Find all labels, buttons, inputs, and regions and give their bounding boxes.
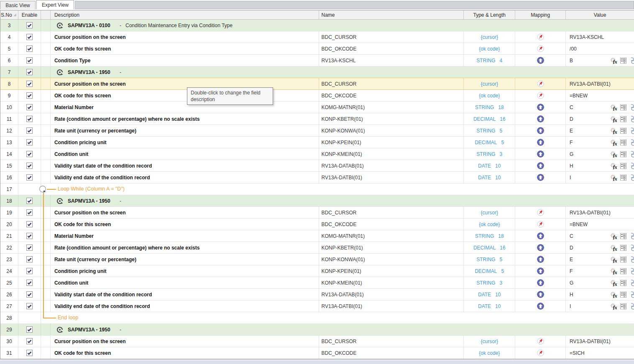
mapping-cell[interactable]: [515, 125, 566, 136]
mapping-cell[interactable]: [515, 55, 566, 66]
mapping-cell[interactable]: [515, 336, 566, 347]
mapping-grid-icon[interactable]: [620, 291, 626, 298]
name-cell[interactable]: KONP-KMEIN(01): [319, 148, 464, 160]
enable-cell[interactable]: [18, 277, 41, 288]
name-cell[interactable]: BDC_CURSOR: [319, 31, 464, 43]
description-cell[interactable]: Validity start date of the condition rec…: [51, 160, 319, 171]
type-length-cell[interactable]: DECIMAL16: [464, 242, 515, 253]
enable-checkbox[interactable]: [26, 233, 33, 239]
mapping-grid-icon[interactable]: [620, 174, 626, 181]
enable-cell[interactable]: [18, 20, 41, 31]
enable-cell[interactable]: [18, 347, 41, 359]
mapping-cell[interactable]: [515, 43, 566, 54]
field-row[interactable]: 27Validity end date of the condition rec…: [0, 300, 634, 312]
mapped-arrow-icon[interactable]: [537, 162, 544, 169]
link-icon[interactable]: [630, 139, 634, 146]
value-cell[interactable]: Gfx: [566, 277, 634, 288]
formula-icon[interactable]: fx: [610, 127, 617, 134]
screen-description-cell[interactable]: SAPMV13A - 1950-: [51, 324, 634, 335]
field-row[interactable]: 13Condition pricing unitKONP-KPEIN(01)DE…: [0, 137, 634, 148]
header-sno[interactable]: S.No: [0, 10, 18, 19]
enable-cell[interactable]: [18, 265, 41, 277]
enable-checkbox[interactable]: [26, 268, 33, 274]
value-cell[interactable]: RV13A-DATBI(01): [566, 336, 634, 347]
type-length-cell[interactable]: {ok code}: [464, 219, 515, 230]
description-cell[interactable]: OK code for this screen: [51, 347, 319, 359]
description-cell[interactable]: Rate (condition amount or percentage) wh…: [51, 113, 319, 125]
description-cell[interactable]: Cursor position on the screen: [51, 78, 319, 89]
mapped-arrow-icon[interactable]: [537, 57, 544, 64]
description-cell[interactable]: Cursor position on the screen: [51, 207, 319, 218]
value-cell[interactable]: Ffx: [566, 137, 634, 148]
name-cell[interactable]: KONP-KBETR(01): [319, 242, 464, 253]
field-row[interactable]: 20OK code for this screenBDC_OKCODE{ok c…: [0, 219, 634, 230]
enable-checkbox[interactable]: [26, 256, 33, 262]
enable-checkbox[interactable]: [26, 127, 33, 134]
value-cell[interactable]: Dfx: [566, 242, 634, 253]
link-icon[interactable]: [630, 57, 634, 64]
type-length-cell[interactable]: {ok code}: [464, 43, 515, 54]
mapping-cell[interactable]: [515, 277, 566, 288]
description-cell[interactable]: Rate unit (currency or percentage): [51, 254, 319, 265]
not-mapped-pin-icon[interactable]: [537, 80, 544, 87]
link-icon[interactable]: [630, 104, 634, 111]
formula-icon[interactable]: fx: [610, 268, 617, 275]
mapping-cell[interactable]: [515, 148, 566, 160]
link-icon[interactable]: [630, 127, 634, 134]
name-cell[interactable]: KONP-KONWA(01): [319, 125, 464, 136]
link-icon[interactable]: [630, 115, 634, 122]
link-icon[interactable]: [630, 256, 634, 263]
description-cell[interactable]: Validity end date of the condition recor…: [51, 172, 319, 183]
mapping-cell[interactable]: [515, 242, 566, 253]
description-cell[interactable]: Material Number: [51, 230, 319, 242]
enable-checkbox[interactable]: [26, 291, 33, 298]
name-cell[interactable]: BDC_CURSOR: [319, 78, 464, 89]
enable-checkbox[interactable]: [26, 244, 33, 251]
enable-cell[interactable]: [18, 55, 41, 66]
enable-checkbox[interactable]: [26, 57, 33, 64]
enable-cell[interactable]: [18, 219, 41, 230]
loop-row[interactable]: 28: [0, 312, 634, 324]
enable-checkbox[interactable]: [26, 209, 33, 216]
not-mapped-pin-icon[interactable]: [537, 45, 544, 52]
link-icon[interactable]: [630, 244, 634, 251]
mapping-grid-icon[interactable]: [620, 163, 626, 169]
formula-icon[interactable]: fx: [610, 303, 617, 310]
value-cell[interactable]: Bfx: [566, 55, 634, 66]
field-row[interactable]: 25Condition unitKONP-KMEIN(01)STRING3Gfx: [0, 277, 634, 289]
enable-cell[interactable]: [18, 160, 41, 171]
name-cell[interactable]: RV13A-DATAB(01): [319, 289, 464, 300]
screen-row[interactable]: 3SAPMV13A - 0100-Condition Maintenance E…: [0, 20, 634, 31]
name-cell[interactable]: KONP-KPEIN(01): [319, 265, 464, 277]
value-cell[interactable]: /00: [566, 43, 634, 54]
value-cell[interactable]: RV13A-KSCHL: [566, 31, 634, 43]
not-mapped-pin-icon[interactable]: [537, 33, 544, 41]
mapping-cell[interactable]: [515, 265, 566, 277]
description-cell[interactable]: Rate (condition amount or percentage) wh…: [51, 242, 319, 253]
enable-checkbox[interactable]: [26, 221, 33, 227]
enable-checkbox[interactable]: [26, 163, 33, 169]
formula-icon[interactable]: fx: [610, 256, 617, 263]
type-length-cell[interactable]: {cursor}: [464, 207, 515, 218]
formula-icon[interactable]: fx: [610, 233, 617, 239]
not-mapped-pin-icon[interactable]: [537, 338, 544, 345]
value-cell[interactable]: Ifx: [566, 172, 634, 183]
description-cell[interactable]: Material Number: [51, 102, 319, 113]
screen-row[interactable]: 18SAPMV13A - 1950-: [0, 195, 634, 207]
mapped-arrow-icon[interactable]: [537, 127, 544, 134]
description-cell[interactable]: Condition unit: [51, 148, 319, 160]
mapping-grid-icon[interactable]: [620, 151, 626, 157]
mapping-cell[interactable]: [515, 137, 566, 148]
type-length-cell[interactable]: STRING18: [464, 230, 515, 242]
type-length-cell[interactable]: {cursor}: [464, 336, 515, 347]
type-length-cell[interactable]: STRING5: [464, 254, 515, 265]
field-row[interactable]: 24Condition pricing unitKONP-KPEIN(01)DE…: [0, 265, 634, 277]
formula-icon[interactable]: fx: [610, 174, 617, 181]
mapping-cell[interactable]: [515, 230, 566, 242]
name-cell[interactable]: RV13A-KSCHL: [319, 55, 464, 66]
enable-cell[interactable]: [18, 207, 41, 218]
mapping-grid-icon[interactable]: [620, 244, 626, 251]
field-row[interactable]: 9OK code for this screenBDC_OKCODE{ok co…: [0, 90, 634, 102]
mapping-grid-icon[interactable]: [620, 127, 626, 134]
value-cell[interactable]: Cfx: [566, 230, 634, 242]
